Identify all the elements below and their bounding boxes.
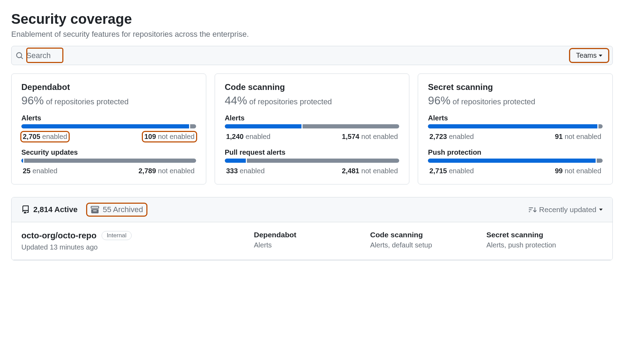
- enabled-stat[interactable]: 1,240 enabled: [225, 132, 272, 141]
- feature-label: Alerts: [225, 114, 400, 122]
- archive-icon: [91, 205, 99, 214]
- repo-feature-title: Dependabot: [254, 231, 370, 239]
- repo-feature-sub: Alerts: [254, 241, 370, 249]
- repo-row[interactable]: octo-org/octo-repo Internal Updated 13 m…: [12, 222, 612, 260]
- card-pct: 44%: [225, 94, 247, 107]
- not-enabled-stat[interactable]: 1,574 not enabled: [340, 132, 399, 141]
- enabled-stat[interactable]: 2,705 enabled: [21, 132, 69, 141]
- progress-bar-fill: [225, 159, 246, 163]
- repo-list-header: 2,814 Active 55 Archived Recently update…: [12, 197, 612, 222]
- caret-down-icon: [599, 209, 603, 211]
- enabled-stat[interactable]: 2,723 enabled: [428, 132, 475, 141]
- progress-bar: [225, 124, 400, 128]
- page-title: Security coverage: [11, 11, 613, 27]
- progress-bar: [428, 124, 603, 128]
- progress-bar-gap: [246, 159, 247, 163]
- repo-feature-title: Code scanning: [370, 231, 486, 239]
- card-pct: 96%: [428, 94, 450, 107]
- card-title: Dependabot: [21, 82, 196, 92]
- progress-bar: [21, 159, 196, 163]
- stat-row: 2,705 enabled 109 not enabled: [21, 132, 196, 141]
- not-enabled-stat[interactable]: 109 not enabled: [143, 132, 196, 141]
- repo-feature-sub: Alerts, push protection: [486, 241, 603, 249]
- not-enabled-stat[interactable]: 2,789 not enabled: [137, 166, 196, 176]
- progress-bar-gap: [23, 159, 24, 163]
- coverage-card: Code scanning 44% of repositories protec…: [215, 74, 410, 184]
- card-title: Code scanning: [225, 82, 400, 92]
- card-pct-row: 96% of repositories protected: [21, 94, 196, 107]
- not-enabled-stat[interactable]: 2,481 not enabled: [340, 166, 399, 176]
- search-icon: [16, 52, 23, 59]
- tab-active[interactable]: 2,814 Active: [21, 205, 77, 214]
- archived-count: 55: [103, 205, 111, 214]
- progress-bar-gap: [596, 159, 597, 163]
- stat-row: 2,715 enabled 99 not enabled: [428, 166, 603, 176]
- not-enabled-stat[interactable]: 91 not enabled: [554, 132, 603, 141]
- progress-bar: [21, 124, 196, 128]
- visibility-badge: Internal: [102, 231, 132, 240]
- caret-down-icon: [599, 55, 602, 57]
- progress-bar-gap: [301, 124, 303, 128]
- repo-name[interactable]: octo-org/octo-repo Internal: [21, 231, 254, 240]
- enabled-stat[interactable]: 2,715 enabled: [428, 166, 475, 176]
- teams-button-label: Teams: [576, 51, 597, 59]
- card-pct: 96%: [21, 94, 44, 107]
- feature-label: Alerts: [21, 114, 196, 122]
- card-pct-row: 44% of repositories protected: [225, 94, 400, 107]
- card-title: Secret scanning: [428, 82, 603, 92]
- coverage-card: Secret scanning 96% of repositories prot…: [418, 74, 613, 184]
- feature-label: Alerts: [428, 114, 603, 122]
- feature-label: Security updates: [21, 148, 196, 156]
- feature-label: Pull request alerts: [225, 148, 400, 156]
- progress-bar-gap: [189, 124, 190, 128]
- card-pct-row: 96% of repositories protected: [428, 94, 603, 107]
- repo-feature-title: Secret scanning: [486, 231, 603, 239]
- archived-label: Archived: [113, 205, 143, 214]
- enabled-stat[interactable]: 25 enabled: [21, 166, 59, 176]
- progress-bar-fill: [428, 159, 596, 163]
- stat-row: 1,240 enabled 1,574 not enabled: [225, 132, 400, 141]
- search-bar: Teams: [11, 46, 613, 65]
- progress-bar-fill: [21, 124, 189, 128]
- progress-bar: [428, 159, 603, 163]
- repo-feature-col: Secret scanning Alerts, push protection: [486, 231, 603, 249]
- active-count: 2,814: [33, 205, 53, 214]
- coverage-card: Dependabot 96% of repositories protected…: [11, 74, 206, 184]
- tab-archived[interactable]: 55 Archived: [87, 204, 146, 216]
- repo-feature-col: Dependabot Alerts: [254, 231, 370, 249]
- sort-dropdown[interactable]: Recently updated: [529, 205, 603, 214]
- teams-filter-button[interactable]: Teams: [570, 49, 608, 62]
- repo-icon: [21, 205, 30, 214]
- active-label: Active: [54, 205, 77, 214]
- stat-row: 333 enabled 2,481 not enabled: [225, 166, 400, 176]
- sort-label: Recently updated: [539, 205, 596, 214]
- sort-icon: [529, 206, 536, 214]
- stat-row: 2,723 enabled 91 not enabled: [428, 132, 603, 141]
- repo-updated: Updated 13 minutes ago: [21, 243, 254, 251]
- progress-bar-gap: [597, 124, 598, 128]
- search-input[interactable]: [26, 51, 566, 60]
- progress-bar-fill: [428, 124, 597, 128]
- repo-feature-col: Code scanning Alerts, default setup: [370, 231, 486, 249]
- stat-row: 25 enabled 2,789 not enabled: [21, 166, 196, 176]
- repo-feature-sub: Alerts, default setup: [370, 241, 486, 249]
- progress-bar: [225, 159, 400, 163]
- progress-bar-fill: [225, 124, 301, 128]
- feature-label: Push protection: [428, 148, 603, 156]
- not-enabled-stat[interactable]: 99 not enabled: [554, 166, 603, 176]
- page-subtitle: Enablement of security features for repo…: [11, 30, 613, 39]
- repository-list: 2,814 Active 55 Archived Recently update…: [11, 197, 613, 260]
- enabled-stat[interactable]: 333 enabled: [225, 166, 266, 176]
